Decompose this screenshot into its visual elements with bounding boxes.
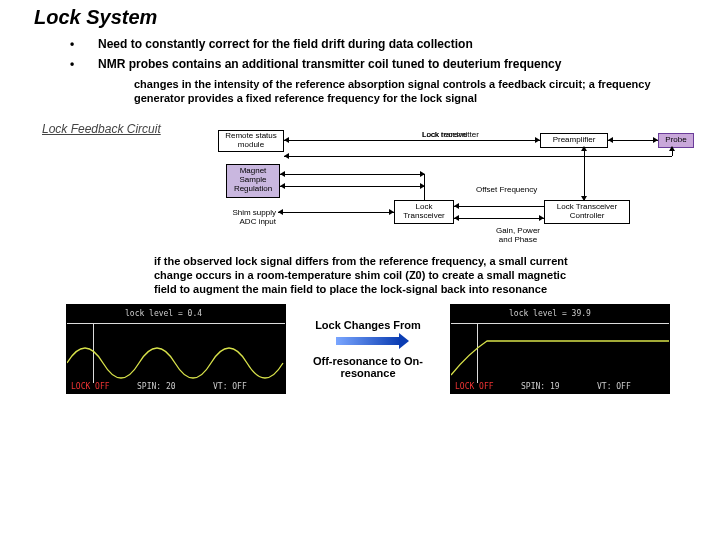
scope-spin: SPIN: 19 [521,382,560,391]
bullet-list: •Need to constantly correct for the fiel… [70,37,702,71]
scope-header: lock level = 0.4 [125,309,202,318]
scope-spin: SPIN: 20 [137,382,176,391]
bullet-item: •NMR probes contains an additional trans… [70,57,702,71]
change-subtitle: Off-resonance to On-resonance [308,355,428,379]
label-shim-supply: Shim supplyADC input [206,208,276,226]
scope-header: lock level = 39.9 [509,309,591,318]
node-lock-controller: Lock TransceiverController [544,200,630,224]
node-preamplifier: Preamplifier [540,133,608,148]
arrow-right-icon [336,337,400,345]
scope-on-resonance: lock level = 39.9 LOCK OFF SPIN: 19 VT: … [450,304,670,394]
scope-lock-off: LOCK OFF [455,382,494,391]
bullet-item: •Need to constantly correct for the fiel… [70,37,702,51]
node-remote-status: Remote statusmodule [218,130,284,152]
node-probe: Probe [658,133,694,148]
scope-vt: VT: OFF [213,382,247,391]
diagram-label: Lock Feedback Circuit [42,122,161,136]
scope-trace [451,323,669,383]
label-lock-transmitter: Lock transmitter [422,130,479,139]
node-lock-transceiver: LockTransceiver [394,200,454,224]
scope-off-resonance: lock level = 0.4 LOCK OFF SPIN: 20 VT: O… [66,304,286,394]
sub-paragraph-2: if the observed lock signal differs from… [154,254,582,297]
scope-row: lock level = 0.4 LOCK OFF SPIN: 20 VT: O… [34,304,702,394]
page-title: Lock System [34,6,702,29]
scope-trace [67,323,285,383]
change-caption: Lock Changes From Off-resonance to On-re… [308,319,428,379]
bullet-text: NMR probes contains an additional transm… [98,57,561,71]
scope-lock-off: LOCK OFF [71,382,110,391]
bullet-text: Need to constantly correct for the field… [98,37,473,51]
scope-vt: VT: OFF [597,382,631,391]
change-title: Lock Changes From [308,319,428,331]
label-offset-frequency: Offset Frequency [476,185,537,194]
lock-feedback-diagram: Remote statusmodule MagnetSampleRegulati… [164,130,704,248]
sub-paragraph: changes in the intensity of the referenc… [134,77,666,106]
label-gain-power-phase: Gain, Powerand Phase [488,226,548,244]
node-magnet-sample: MagnetSampleRegulation [226,164,280,198]
